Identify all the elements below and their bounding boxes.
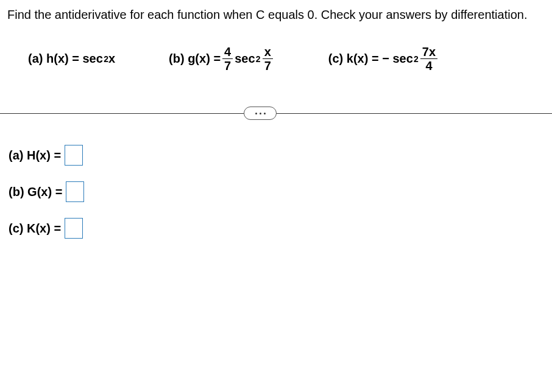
problem-a-label: (a) (28, 52, 43, 66)
instructions-text: Find the antiderivative for each functio… (7, 6, 545, 24)
problem-b-arg-frac: x 7 (263, 46, 273, 72)
problem-b-func: g(x) (188, 52, 210, 66)
problem-c-arg-num: 7x (420, 46, 437, 59)
answer-a-label: (a) H(x) = (9, 149, 61, 163)
problem-b: (b) g(x) = 4 7 sec 2 x 7 (169, 46, 275, 72)
problems-row: (a) h(x) = sec 2x (b) g(x) = 4 7 sec 2 x… (7, 46, 545, 72)
problem-c-label: (c) (328, 52, 343, 66)
answer-a-input[interactable] (65, 145, 83, 166)
problem-b-coef-den: 7 (222, 59, 233, 72)
problem-b-sec: sec (235, 52, 255, 66)
problem-b-coef-frac: 4 7 (222, 46, 233, 72)
problem-c-sec: sec (392, 52, 412, 66)
answer-b-input[interactable] (66, 181, 84, 202)
answers-section: (a) H(x) = (b) G(x) = (c) K(x) = (7, 145, 545, 239)
answer-c-label: (c) K(x) = (9, 222, 61, 236)
divider-row (7, 106, 545, 121)
problem-a-arg: x (108, 52, 115, 66)
problem-a-sec: sec (83, 52, 103, 66)
answer-c-input[interactable] (65, 218, 83, 239)
problem-c-arg-den: 4 (420, 59, 437, 72)
problem-c-equals: = − (372, 52, 389, 66)
answer-row-c: (c) K(x) = (9, 218, 545, 239)
answer-row-b: (b) G(x) = (9, 181, 545, 202)
answer-b-label: (b) G(x) = (9, 185, 62, 199)
problem-a: (a) h(x) = sec 2x (28, 52, 115, 66)
problem-c-func: k(x) (347, 52, 369, 66)
problem-b-arg-num: x (263, 46, 273, 59)
answer-row-a: (a) H(x) = (9, 145, 545, 166)
problem-b-label: (b) (169, 52, 185, 66)
problem-b-coef-num: 4 (222, 46, 233, 59)
problem-c: (c) k(x) = − sec 2 7x 4 (328, 46, 439, 72)
ellipsis-button[interactable] (244, 107, 277, 120)
problem-b-equals: = (213, 52, 221, 66)
problem-c-arg-frac: 7x 4 (420, 46, 437, 72)
problem-a-equals: = (72, 52, 79, 66)
ellipsis-icon (255, 113, 266, 114)
problem-b-arg-den: 7 (263, 59, 273, 72)
problem-a-func: h(x) (46, 52, 69, 66)
